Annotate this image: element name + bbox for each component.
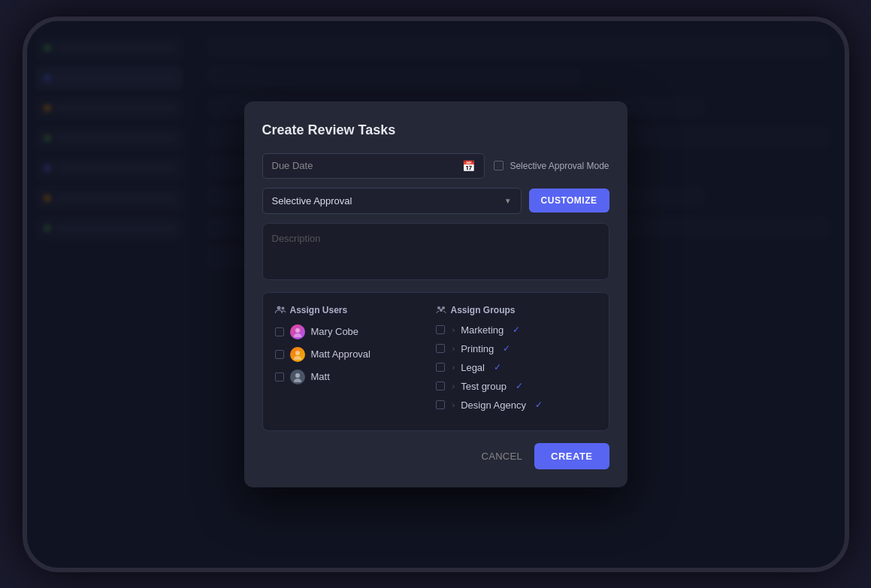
user-name-matt-approval: Matt Approval [311,348,371,360]
check-icon-test-group: ✓ [516,381,523,391]
chevron-right-icon: › [452,381,455,390]
svg-point-5 [294,356,301,360]
groups-icon [436,305,446,315]
group-checkbox-test-group[interactable] [436,381,445,390]
group-item-marketing[interactable]: › Marketing ✓ [436,324,597,336]
group-name-printing: Printing [461,343,494,354]
svg-point-2 [295,328,300,333]
users-icon [275,305,286,315]
check-icon-marketing: ✓ [513,324,520,335]
group-checkbox-design-agency[interactable] [436,400,445,409]
group-item-legal[interactable]: › Legal ✓ [436,362,597,373]
description-textarea[interactable] [262,223,609,280]
user-item-matt[interactable]: Matt [275,369,436,384]
group-checkbox-legal[interactable] [436,363,445,372]
svg-point-7 [294,378,301,382]
svg-point-9 [442,306,445,309]
selective-approval-mode-toggle[interactable]: Selective Approval Mode [494,161,609,171]
user-checkbox-matt[interactable] [275,372,284,381]
create-button[interactable]: CREATE [534,443,609,469]
svg-point-4 [295,351,300,355]
group-checkbox-marketing[interactable] [436,325,445,334]
group-name-test-group: Test group [461,381,507,392]
matt-avatar-icon [292,372,303,382]
due-date-field[interactable]: Due Date 📅 [262,153,485,179]
group-name-legal: Legal [461,362,485,373]
modal-overlay: Create Review Tasks Due Date 📅 Selective… [27,21,845,568]
due-date-row: Due Date 📅 Selective Approval Mode [262,153,609,179]
avatar-matt-approval [290,347,305,362]
cancel-button[interactable]: CANCEL [478,445,525,468]
dropdown-row: Selective Approval ▼ CUSTOMIZE [262,188,609,214]
svg-point-10 [440,309,443,312]
dropdown-selected-value: Selective Approval [272,195,352,207]
dialog-title: Create Review Tasks [262,122,609,138]
group-name-design-agency: Design Agency [461,400,526,411]
check-icon-design-agency: ✓ [535,400,543,410]
group-item-design-agency[interactable]: › Design Agency ✓ [436,400,597,411]
user-name-matt: Matt [311,371,330,382]
due-date-placeholder: Due Date [272,160,313,171]
user-checkbox-matt-approval[interactable] [275,350,284,359]
dialog-footer: CANCEL CREATE [262,443,609,469]
approval-type-dropdown[interactable]: Selective Approval ▼ [262,188,522,214]
user-item-matt-approval[interactable]: Matt Approval [275,347,436,362]
chevron-down-icon: ▼ [504,197,512,205]
user-name-mary: Mary Cobe [311,326,359,337]
create-review-dialog: Create Review Tasks Due Date 📅 Selective… [244,101,628,487]
group-name-marketing: Marketing [461,324,504,336]
chevron-right-icon: › [452,344,455,353]
svg-point-8 [437,306,440,309]
assign-users-section: Assign Users Mary Cobe [275,305,436,418]
svg-point-3 [294,333,301,337]
chevron-right-icon: › [452,363,455,372]
selective-mode-label: Selective Approval Mode [510,161,609,171]
check-icon-printing: ✓ [503,343,510,354]
assign-groups-title: Assign Groups [436,305,597,315]
tablet-frame: Create Review Tasks Due Date 📅 Selective… [23,17,849,572]
matt-approval-avatar-icon [292,349,303,360]
selective-mode-checkbox[interactable] [494,161,504,170]
chevron-right-icon: › [452,400,455,409]
svg-point-1 [281,306,284,309]
check-icon-legal: ✓ [494,362,501,372]
tablet-inner: Create Review Tasks Due Date 📅 Selective… [27,21,845,568]
assign-users-title: Assign Users [275,305,436,315]
assign-groups-section: Assign Groups › Marketing ✓ › Printing [436,305,597,418]
group-checkbox-printing[interactable] [436,344,445,353]
calendar-icon: 📅 [462,160,475,172]
avatar-matt [290,369,305,384]
chevron-right-icon: › [452,325,455,334]
avatar-mary [290,324,305,339]
user-item-mary[interactable]: Mary Cobe [275,324,436,339]
user-checkbox-mary[interactable] [275,327,284,336]
assign-panel: Assign Users Mary Cobe [262,292,609,431]
customize-button[interactable]: CUSTOMIZE [529,188,609,213]
group-item-printing[interactable]: › Printing ✓ [436,343,597,354]
svg-point-0 [277,306,280,309]
mary-avatar-icon [292,327,303,337]
group-item-test-group[interactable]: › Test group ✓ [436,381,597,392]
svg-point-6 [295,373,300,378]
